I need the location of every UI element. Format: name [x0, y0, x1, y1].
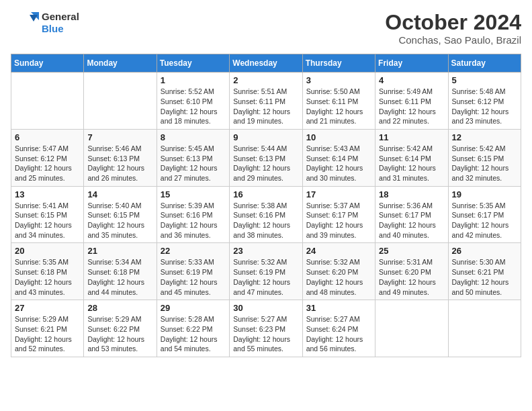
- day-info: Sunrise: 5:38 AMSunset: 6:16 PMDaylight:…: [233, 201, 298, 240]
- table-row: 12Sunrise: 5:42 AMSunset: 6:15 PMDayligh…: [448, 129, 521, 186]
- table-row: 3Sunrise: 5:50 AMSunset: 6:11 PMDaylight…: [302, 73, 375, 130]
- day-number: 19: [452, 189, 517, 199]
- day-number: 22: [161, 246, 226, 256]
- day-info: Sunrise: 5:27 AMSunset: 6:23 PMDaylight:…: [233, 314, 298, 354]
- calendar-header-row: SundayMondayTuesdayWednesdayThursdayFrid…: [11, 54, 521, 73]
- day-number: 28: [87, 303, 152, 313]
- logo: GeneralBlue: [11, 11, 79, 35]
- day-info: Sunrise: 5:42 AMSunset: 6:15 PMDaylight:…: [452, 144, 517, 183]
- table-row: 21Sunrise: 5:34 AMSunset: 6:18 PMDayligh…: [84, 243, 157, 300]
- table-row: 23Sunrise: 5:32 AMSunset: 6:19 PMDayligh…: [230, 243, 302, 300]
- day-info: Sunrise: 5:34 AMSunset: 6:18 PMDaylight:…: [87, 257, 152, 297]
- table-row: 31Sunrise: 5:27 AMSunset: 6:24 PMDayligh…: [302, 300, 375, 357]
- calendar-day-header: Wednesday: [230, 54, 302, 73]
- day-info: Sunrise: 5:41 AMSunset: 6:15 PMDaylight:…: [15, 201, 80, 240]
- day-info: Sunrise: 5:29 AMSunset: 6:22 PMDaylight:…: [87, 314, 152, 354]
- svg-marker-1: [30, 15, 38, 21]
- day-info: Sunrise: 5:33 AMSunset: 6:19 PMDaylight:…: [161, 257, 226, 297]
- table-row: 19Sunrise: 5:35 AMSunset: 6:17 PMDayligh…: [448, 186, 521, 243]
- day-number: 17: [306, 189, 371, 199]
- calendar-day-header: Tuesday: [157, 54, 229, 73]
- day-info: Sunrise: 5:46 AMSunset: 6:13 PMDaylight:…: [87, 144, 152, 183]
- table-row: 4Sunrise: 5:49 AMSunset: 6:11 PMDaylight…: [375, 73, 448, 130]
- calendar-week-row: 1Sunrise: 5:52 AMSunset: 6:10 PMDaylight…: [11, 73, 521, 130]
- table-row: 6Sunrise: 5:47 AMSunset: 6:12 PMDaylight…: [11, 129, 84, 186]
- table-row: 14Sunrise: 5:40 AMSunset: 6:15 PMDayligh…: [84, 186, 157, 243]
- day-number: 27: [15, 303, 80, 313]
- table-row: 5Sunrise: 5:48 AMSunset: 6:12 PMDaylight…: [448, 73, 521, 130]
- day-info: Sunrise: 5:52 AMSunset: 6:10 PMDaylight:…: [161, 87, 226, 126]
- table-row: 27Sunrise: 5:29 AMSunset: 6:21 PMDayligh…: [11, 300, 84, 357]
- table-row: 13Sunrise: 5:41 AMSunset: 6:15 PMDayligh…: [11, 186, 84, 243]
- page-subtitle: Conchas, Sao Paulo, Brazil: [385, 34, 521, 46]
- day-number: 21: [87, 246, 152, 256]
- day-number: 2: [233, 75, 298, 85]
- day-info: Sunrise: 5:42 AMSunset: 6:14 PMDaylight:…: [379, 144, 444, 183]
- table-row: 28Sunrise: 5:29 AMSunset: 6:22 PMDayligh…: [84, 300, 157, 357]
- table-row: [448, 300, 521, 357]
- day-info: Sunrise: 5:29 AMSunset: 6:21 PMDaylight:…: [15, 314, 80, 354]
- day-number: 15: [161, 189, 226, 199]
- day-info: Sunrise: 5:49 AMSunset: 6:11 PMDaylight:…: [379, 87, 444, 126]
- table-row: 1Sunrise: 5:52 AMSunset: 6:10 PMDaylight…: [157, 73, 229, 130]
- day-number: 18: [379, 189, 444, 199]
- day-info: Sunrise: 5:50 AMSunset: 6:11 PMDaylight:…: [306, 87, 371, 126]
- table-row: 20Sunrise: 5:35 AMSunset: 6:18 PMDayligh…: [11, 243, 84, 300]
- logo-icon: [11, 11, 39, 35]
- calendar-day-header: Saturday: [448, 54, 521, 73]
- table-row: 26Sunrise: 5:30 AMSunset: 6:21 PMDayligh…: [448, 243, 521, 300]
- page-header: GeneralBlue October 2024 Conchas, Sao Pa…: [11, 11, 521, 46]
- table-row: [11, 73, 84, 130]
- table-row: 11Sunrise: 5:42 AMSunset: 6:14 PMDayligh…: [375, 129, 448, 186]
- day-number: 14: [87, 189, 152, 199]
- day-number: 31: [306, 303, 371, 313]
- day-number: 8: [161, 132, 226, 142]
- day-number: 5: [452, 75, 517, 85]
- calendar-day-header: Friday: [375, 54, 448, 73]
- table-row: 9Sunrise: 5:44 AMSunset: 6:13 PMDaylight…: [230, 129, 302, 186]
- day-number: 11: [379, 132, 444, 142]
- table-row: 30Sunrise: 5:27 AMSunset: 6:23 PMDayligh…: [230, 300, 302, 357]
- day-info: Sunrise: 5:47 AMSunset: 6:12 PMDaylight:…: [15, 144, 80, 183]
- day-info: Sunrise: 5:48 AMSunset: 6:12 PMDaylight:…: [452, 87, 517, 126]
- table-row: [375, 300, 448, 357]
- day-number: 13: [15, 189, 80, 199]
- table-row: 24Sunrise: 5:32 AMSunset: 6:20 PMDayligh…: [302, 243, 375, 300]
- day-info: Sunrise: 5:43 AMSunset: 6:14 PMDaylight:…: [306, 144, 371, 183]
- table-row: 10Sunrise: 5:43 AMSunset: 6:14 PMDayligh…: [302, 129, 375, 186]
- table-row: 7Sunrise: 5:46 AMSunset: 6:13 PMDaylight…: [84, 129, 157, 186]
- table-row: 22Sunrise: 5:33 AMSunset: 6:19 PMDayligh…: [157, 243, 229, 300]
- day-info: Sunrise: 5:51 AMSunset: 6:11 PMDaylight:…: [233, 87, 298, 126]
- day-info: Sunrise: 5:35 AMSunset: 6:18 PMDaylight:…: [15, 257, 80, 297]
- table-row: 16Sunrise: 5:38 AMSunset: 6:16 PMDayligh…: [230, 186, 302, 243]
- table-row: 2Sunrise: 5:51 AMSunset: 6:11 PMDaylight…: [230, 73, 302, 130]
- day-number: 6: [15, 132, 80, 142]
- day-info: Sunrise: 5:45 AMSunset: 6:13 PMDaylight:…: [161, 144, 226, 183]
- day-number: 12: [452, 132, 517, 142]
- day-number: 24: [306, 246, 371, 256]
- day-number: 1: [161, 75, 226, 85]
- day-number: 25: [379, 246, 444, 256]
- day-number: 26: [452, 246, 517, 256]
- calendar-day-header: Sunday: [11, 54, 84, 73]
- calendar-week-row: 13Sunrise: 5:41 AMSunset: 6:15 PMDayligh…: [11, 186, 521, 243]
- table-row: [84, 73, 157, 130]
- table-row: 17Sunrise: 5:37 AMSunset: 6:17 PMDayligh…: [302, 186, 375, 243]
- day-info: Sunrise: 5:35 AMSunset: 6:17 PMDaylight:…: [452, 201, 517, 240]
- calendar-day-header: Monday: [84, 54, 157, 73]
- day-info: Sunrise: 5:32 AMSunset: 6:20 PMDaylight:…: [306, 257, 371, 297]
- day-info: Sunrise: 5:39 AMSunset: 6:16 PMDaylight:…: [161, 201, 226, 240]
- table-row: 25Sunrise: 5:31 AMSunset: 6:20 PMDayligh…: [375, 243, 448, 300]
- day-number: 23: [233, 246, 298, 256]
- day-info: Sunrise: 5:30 AMSunset: 6:21 PMDaylight:…: [452, 257, 517, 297]
- day-info: Sunrise: 5:40 AMSunset: 6:15 PMDaylight:…: [87, 201, 152, 240]
- day-info: Sunrise: 5:28 AMSunset: 6:22 PMDaylight:…: [161, 314, 226, 354]
- day-info: Sunrise: 5:31 AMSunset: 6:20 PMDaylight:…: [379, 257, 444, 297]
- day-number: 16: [233, 189, 298, 199]
- day-info: Sunrise: 5:27 AMSunset: 6:24 PMDaylight:…: [306, 314, 371, 354]
- table-row: 18Sunrise: 5:36 AMSunset: 6:17 PMDayligh…: [375, 186, 448, 243]
- day-info: Sunrise: 5:36 AMSunset: 6:17 PMDaylight:…: [379, 201, 444, 240]
- table-row: 8Sunrise: 5:45 AMSunset: 6:13 PMDaylight…: [157, 129, 229, 186]
- day-number: 10: [306, 132, 371, 142]
- logo-text: GeneralBlue: [42, 11, 79, 35]
